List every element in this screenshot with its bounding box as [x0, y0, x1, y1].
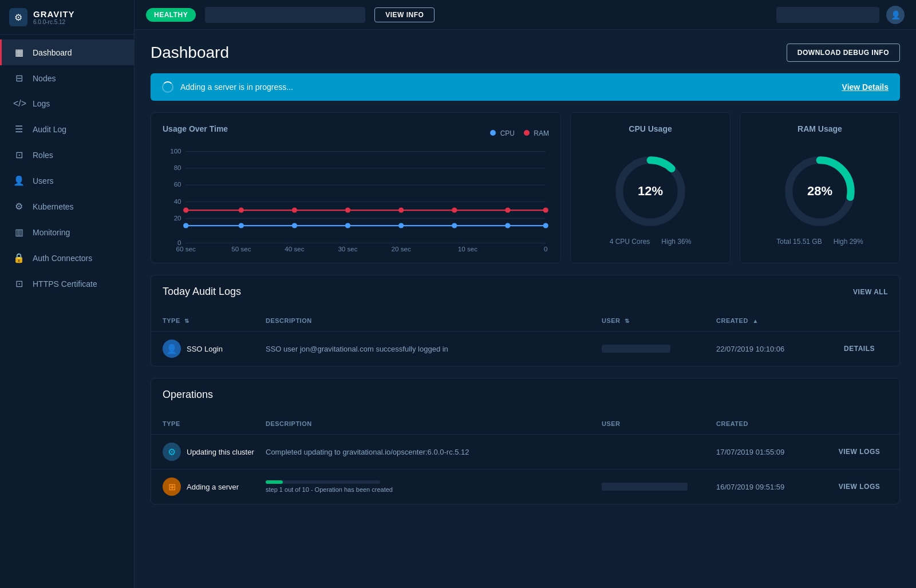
sidebar-logo-icon: ⚙ — [9, 8, 27, 26]
cpu-legend-dot — [490, 130, 496, 136]
ram-legend-dot — [524, 130, 530, 136]
audit-logs-title: Today Audit Logs — [163, 286, 241, 298]
sidebar-item-label: Nodes — [33, 74, 56, 83]
usage-over-time-card: Usage Over Time CPU RAM — [151, 112, 561, 263]
type-label: Adding a server — [187, 483, 239, 491]
topbar: HEALTHY VIEW INFO 👤 — [135, 0, 916, 30]
progress-bar-outer — [266, 480, 380, 484]
type-label: SSO Login — [187, 345, 223, 353]
svg-text:20 sec: 20 sec — [392, 246, 412, 251]
ram-dot — [505, 208, 510, 213]
auth-connectors-icon: 🔒 — [13, 252, 25, 263]
chart-legend: CPU RAM — [490, 129, 549, 137]
svg-text:40 sec: 40 sec — [285, 246, 305, 251]
cpu-gauge-wrapper: 12% — [613, 154, 688, 228]
status-badge: HEALTHY — [146, 8, 196, 22]
svg-text:20: 20 — [174, 215, 181, 222]
sidebar-item-logs[interactable]: </> Logs — [0, 91, 134, 116]
view-logs-button[interactable]: VIEW LOGS — [831, 483, 888, 491]
download-debug-info-button[interactable]: DOWNLOAD DEBUG INFO — [787, 44, 900, 62]
ram-usage-title: RAM Usage — [797, 124, 842, 133]
cpu-dot — [292, 223, 297, 228]
sidebar-item-kubernetes[interactable]: ⚙ Kubernetes — [0, 194, 134, 219]
sidebar-item-dashboard[interactable]: ▦ Dashboard — [0, 40, 134, 65]
sidebar-item-nodes[interactable]: ⊟ Nodes — [0, 65, 134, 91]
description-cell: Completed updating to gravitational.io/o… — [266, 448, 602, 456]
created-cell: 22/07/2019 10:10:06 — [716, 345, 831, 353]
topbar-user-info — [776, 7, 879, 23]
type-sort-icon: ⇅ — [184, 318, 189, 324]
svg-text:10 sec: 10 sec — [458, 246, 478, 251]
type-cell: 👤 SSO Login — [163, 340, 266, 358]
view-logs-button[interactable]: VIEW LOGS — [831, 448, 888, 456]
audit-logs-table-header: TYPE ⇅ DESCRIPTION USER ⇅ CREATED ▲ — [151, 310, 899, 332]
sidebar-header: ⚙ GRAVITY 6.0.0-rc.5.12 — [0, 0, 134, 35]
ram-total-label: Total 15.51 GB — [776, 238, 822, 246]
sidebar-item-label: Logs — [33, 99, 50, 108]
ops-col-created: CREATED — [716, 420, 831, 427]
progress-banner-left: Adding a server is in progress... — [162, 81, 293, 93]
sidebar-item-monitoring[interactable]: ▥ Monitoring — [0, 219, 134, 245]
roles-icon: ⊡ — [13, 149, 25, 160]
chart-title: Usage Over Time — [163, 124, 228, 133]
cpu-usage-card: CPU Usage 12% 4 CPU Cores High 36% — [570, 112, 731, 263]
type-label: Updating this cluster — [187, 448, 254, 456]
progress-bar-inner — [266, 480, 283, 484]
kubernetes-icon: ⚙ — [13, 201, 25, 212]
ram-dot — [543, 208, 548, 213]
cpu-gauge-stats: 4 CPU Cores High 36% — [610, 238, 692, 246]
ram-dot — [183, 208, 188, 213]
user-sort-icon: ⇅ — [625, 318, 630, 324]
progress-banner-link[interactable]: View Details — [842, 82, 889, 92]
svg-text:50 sec: 50 sec — [231, 246, 251, 251]
svg-text:60: 60 — [174, 181, 181, 188]
operations-title: Operations — [163, 389, 213, 401]
cpu-legend-item: CPU — [490, 129, 515, 137]
sidebar-item-auth-connectors[interactable]: 🔒 Auth Connectors — [0, 245, 134, 271]
svg-text:0: 0 — [544, 246, 547, 251]
ram-dot — [292, 208, 297, 213]
ops-col-description: DESCRIPTION — [266, 420, 602, 427]
audit-log-icon: ☰ — [13, 124, 25, 135]
audit-logs-view-all-button[interactable]: VIEW ALL — [853, 288, 888, 296]
content-area: Dashboard DOWNLOAD DEBUG INFO Adding a s… — [135, 30, 916, 588]
type-cell: ⚙ Updating this cluster — [163, 443, 266, 461]
sidebar-item-users[interactable]: 👤 Users — [0, 168, 134, 194]
ram-usage-card: RAM Usage 28% Total 15.51 GB High 29% — [740, 112, 900, 263]
cpu-dot — [398, 223, 404, 228]
svg-text:40: 40 — [174, 198, 181, 205]
stats-grid: Usage Over Time CPU RAM — [151, 112, 900, 263]
cpu-dot — [239, 223, 244, 228]
operations-header-wrapper: Operations — [151, 378, 899, 413]
ram-dot — [452, 208, 457, 213]
audit-logs-section-header: Today Audit Logs VIEW ALL — [163, 286, 888, 298]
sidebar-item-label: Dashboard — [33, 48, 72, 57]
main-area: HEALTHY VIEW INFO 👤 Dashboard DOWNLOAD D… — [135, 0, 916, 588]
svg-text:60 sec: 60 sec — [176, 246, 196, 251]
details-button[interactable]: DETAILS — [831, 345, 888, 353]
sidebar-item-https-certificate[interactable]: ⊡ HTTPS Certificate — [0, 271, 134, 297]
ram-dot — [345, 208, 350, 213]
sidebar-item-audit-log[interactable]: ☰ Audit Log — [0, 116, 134, 142]
update-icon: ⚙ — [163, 443, 181, 461]
avatar: 👤 — [886, 6, 905, 24]
ram-gauge-wrapper: 28% — [783, 154, 857, 228]
audit-logs-section: Today Audit Logs VIEW ALL TYPE ⇅ DESCRIP… — [151, 275, 900, 366]
sidebar-item-roles[interactable]: ⊡ Roles — [0, 142, 134, 168]
chart-svg: 100 80 60 40 20 0 — [163, 148, 549, 251]
sidebar-brand: GRAVITY 6.0.0-rc.5.12 — [33, 9, 75, 25]
sidebar-item-label: Monitoring — [33, 228, 70, 237]
col-action — [831, 317, 888, 324]
view-info-button[interactable]: VIEW INFO — [374, 7, 435, 22]
topbar-right: 👤 — [776, 6, 905, 24]
progress-text: step 1 out of 10 - Operation has been cr… — [266, 486, 602, 493]
table-row: 👤 SSO Login SSO user jon@gravitational.c… — [151, 332, 899, 366]
cpu-cores-label: 4 CPU Cores — [610, 238, 650, 246]
cpu-gauge-container: 12% 4 CPU Cores High 36% — [610, 143, 692, 251]
ram-legend-item: RAM — [524, 129, 549, 137]
https-certificate-icon: ⊡ — [13, 278, 25, 289]
sidebar-item-label: Auth Connectors — [33, 254, 92, 263]
sidebar-item-label: Audit Log — [33, 125, 66, 134]
type-cell: ⊞ Adding a server — [163, 477, 266, 496]
user-placeholder — [602, 483, 688, 491]
